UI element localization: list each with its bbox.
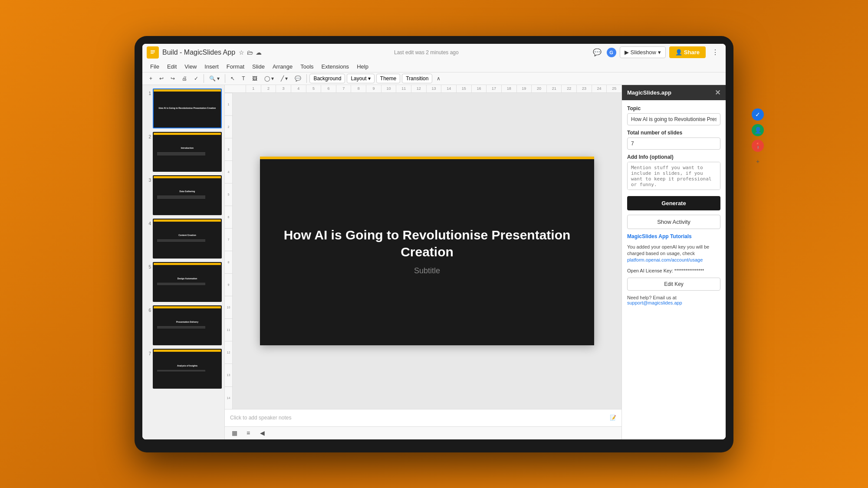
comments-icon[interactable]: 💬 (591, 46, 603, 59)
slide-thumb-2[interactable]: 2 Introduction (144, 131, 223, 173)
svg-rect-1 (151, 50, 155, 51)
svg-rect-2 (151, 52, 155, 52)
toolbar: + ↩ ↪ 🖨 ✓ 🔍 ▾ ↖ T 🖼 ◯ ▾ ╱ ▾ 💬 Background… (142, 72, 726, 85)
menu-insert[interactable]: Insert (201, 62, 222, 71)
star-icon[interactable]: ☆ (239, 49, 244, 56)
tutorials-link[interactable]: MagicSlides App Tutorials (627, 233, 720, 239)
menu-tools[interactable]: Tools (297, 62, 317, 71)
slide-top-bar-6 (154, 306, 221, 308)
slide-top-bar-5 (154, 263, 221, 265)
line-button[interactable]: ╱ ▾ (278, 74, 290, 83)
background-button[interactable]: Background (309, 74, 345, 83)
slide-num-2: 2 (145, 132, 151, 139)
slide-canvas-wrapper[interactable]: How AI is Going to Revolutionise Present… (233, 93, 621, 409)
list-view-button[interactable]: ≡ (243, 428, 253, 438)
canvas-scroll: 1 2 3 4 5 6 7 8 9 10 11 12 13 14 (225, 93, 621, 409)
slide-thumb-5[interactable]: 5 Design Automation (144, 261, 223, 303)
slide-top-bar-7 (154, 350, 221, 352)
slide-preview-3[interactable]: Data Gathering (153, 175, 222, 215)
slide-preview-title-6: Presentation Delivery (176, 321, 198, 324)
slide-thumb-6[interactable]: 6 Presentation Delivery (144, 305, 223, 346)
main-content: 1 How AI is Going to Revolutionise Prese… (142, 85, 726, 439)
sep2 (225, 74, 225, 83)
edit-key-button[interactable]: Edit Key (627, 278, 720, 291)
slides-count-input[interactable] (627, 138, 720, 150)
print-button[interactable]: 🖨 (179, 74, 190, 83)
theme-button[interactable]: Theme (376, 74, 400, 83)
spelling-button[interactable]: ✓ (191, 74, 201, 83)
info-text: You added your openAI key you will be ch… (627, 244, 720, 264)
slide-preview-title-4: Content Creation (178, 234, 196, 237)
slide-thumb-3[interactable]: 3 Data Gathering (144, 174, 223, 216)
slide-preview-7[interactable]: Analysis of Insights (153, 349, 222, 389)
image-button[interactable]: 🖼 (250, 74, 260, 83)
magic-sidebar-title: MagicSlides.app (627, 89, 671, 96)
undo-button[interactable]: ↩ (157, 74, 166, 83)
ruler-horizontal: 1 2 3 4 5 6 7 8 9 10 11 12 13 14 15 16 1 (225, 85, 621, 93)
collapse-panel-button[interactable]: ◀ (257, 428, 267, 438)
sep3 (306, 74, 307, 83)
speaker-notes-text: Click to add speaker notes (230, 415, 291, 421)
grid-view-button[interactable]: ▦ (229, 428, 240, 438)
last-edit-text: Last edit was 2 minutes ago (265, 49, 588, 56)
canvas-top-bar (260, 157, 594, 159)
slide-num-1: 1 (145, 88, 151, 96)
menu-format[interactable]: Format (223, 62, 248, 71)
zoom-button[interactable]: 🔍 ▾ (207, 74, 222, 83)
slide-thumb-7[interactable]: 7 Analysis of Insights (144, 348, 223, 390)
slideshow-button[interactable]: ▶ Slideshow ▾ (620, 46, 666, 58)
redo-button[interactable]: ↪ (168, 74, 178, 83)
more-options-icon[interactable]: ⋮ (709, 46, 721, 59)
menu-help[interactable]: Help (353, 62, 372, 71)
slide-preview-2[interactable]: Introduction (153, 132, 222, 172)
slide-num-5: 5 (145, 262, 151, 269)
folder-icon[interactable]: 🗁 (247, 49, 253, 56)
magic-slides-sidebar: MagicSlides.app ✕ ✓ 👤 📍 + Topic T (621, 85, 726, 439)
topic-label: Topic (627, 105, 720, 111)
show-activity-button[interactable]: Show Activity (627, 215, 720, 229)
menu-extensions[interactable]: Extensions (318, 62, 353, 71)
support-email-link[interactable]: support@magicslides.app (627, 300, 682, 305)
speaker-notes[interactable]: Click to add speaker notes 📝 (225, 409, 621, 426)
transition-button[interactable]: Transition (402, 74, 432, 83)
generate-button[interactable]: Generate (627, 196, 720, 210)
layout-button[interactable]: Layout ▾ (347, 74, 374, 83)
slides-count-section: Total number of slides (627, 130, 720, 150)
magic-sidebar-header: MagicSlides.app ✕ (622, 85, 726, 100)
slideshow-chevron: ▾ (658, 49, 661, 56)
shapes-button[interactable]: ◯ ▾ (262, 74, 276, 83)
openai-link[interactable]: platform.openai.com/account/usage (627, 257, 703, 262)
slide-preview-title-2: Introduction (181, 147, 194, 150)
comment-button[interactable]: 💬 (292, 74, 304, 83)
slide-preview-4[interactable]: Content Creation (153, 219, 222, 259)
menu-bar: File Edit View Insert Format Slide Arran… (142, 61, 726, 72)
topic-input[interactable] (627, 113, 720, 125)
slide-preview-1[interactable]: How AI is Going to Revolutionise Present… (153, 88, 222, 128)
add-info-textarea[interactable] (627, 162, 720, 190)
cursor-button[interactable]: ↖ (228, 74, 237, 83)
slide-preview-content-7 (156, 369, 218, 373)
slide-preview-title-7: Analysis of Insights (177, 364, 197, 367)
magic-close-button[interactable]: ✕ (715, 88, 720, 97)
menu-edit[interactable]: Edit (164, 62, 180, 71)
menu-slide[interactable]: Slide (249, 62, 268, 71)
slides-panel: 1 How AI is Going to Revolutionise Prese… (142, 85, 225, 439)
menu-arrange[interactable]: Arrange (269, 62, 296, 71)
slide-preview-5[interactable]: Design Automation (153, 262, 222, 302)
collapse-button[interactable]: ∧ (434, 74, 443, 83)
menu-view[interactable]: View (181, 62, 200, 71)
user-avatar[interactable]: G (607, 48, 616, 57)
cloud-icon[interactable]: ☁ (256, 49, 262, 56)
slide-top-bar-2 (154, 133, 221, 135)
svg-rect-3 (151, 53, 154, 54)
slide-preview-content-3 (156, 194, 218, 200)
slide-thumb-4[interactable]: 4 Content Creation (144, 218, 223, 259)
textbox-button[interactable]: T (239, 74, 247, 83)
menu-file[interactable]: File (147, 62, 163, 71)
license-key-label: Open AI License Key: **************** (627, 268, 720, 273)
slide-preview-6[interactable]: Presentation Delivery (153, 305, 222, 345)
slide-top-bar-1 (154, 89, 221, 92)
share-button[interactable]: 👤 Share (669, 46, 706, 58)
slide-thumb-1[interactable]: 1 How AI is Going to Revolutionise Prese… (144, 88, 223, 129)
add-button[interactable]: + (147, 74, 155, 83)
